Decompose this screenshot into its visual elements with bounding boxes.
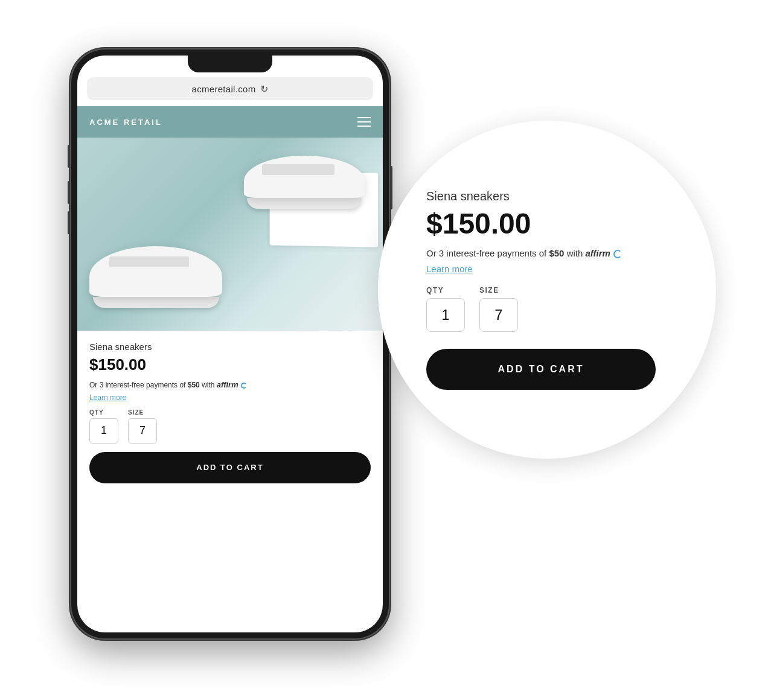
bubble-product-name: Siena sneakers [426, 189, 680, 203]
shoe-sole-top [247, 198, 362, 209]
site-header: ACME RETAIL [77, 106, 383, 138]
affirm-text-small: Or 3 interest-free payments of $50 with … [89, 379, 371, 391]
scene: acmeretail.com ↻ ACME RETAIL [52, 30, 716, 670]
hamburger-line-1 [357, 117, 371, 118]
bubble-qty-size-row: QTY 1 SIZE 7 [426, 286, 680, 332]
sneaker-top [244, 156, 365, 216]
bubble-size-group: SIZE 7 [479, 286, 518, 332]
add-to-cart-button-small[interactable]: ADD TO CART [89, 452, 371, 483]
learn-more-link-small[interactable]: Learn more [89, 393, 371, 402]
bubble-qty-box[interactable]: 1 [426, 298, 465, 332]
product-details-small: Siena sneakers $150.00 Or 3 interest-fre… [77, 331, 383, 494]
bubble-price: $150.00 [426, 209, 680, 238]
bubble-affirm-suffix: with [567, 248, 586, 258]
hamburger-line-3 [357, 126, 371, 127]
affirm-circle-icon-bubble [613, 250, 622, 258]
zoom-bubble: Siena sneakers $150.00 Or 3 interest-fre… [378, 121, 716, 459]
size-box-small[interactable]: 7 [128, 418, 157, 444]
bubble-qty-label: QTY [426, 286, 465, 294]
hamburger-line-2 [357, 121, 371, 122]
size-group-small: SIZE 7 [128, 409, 157, 444]
product-image-area [77, 138, 383, 331]
site-logo: ACME RETAIL [89, 118, 162, 127]
bubble-affirm-text: Or 3 interest-free payments of $50 with … [426, 247, 680, 261]
bubble-size-label: SIZE [479, 286, 518, 294]
shoe-strap [262, 164, 334, 169]
product-name-small: Siena sneakers [89, 342, 371, 352]
phone-screen: acmeretail.com ↻ ACME RETAIL [77, 56, 383, 632]
phone-frame: acmeretail.com ↻ ACME RETAIL [70, 48, 390, 640]
size-label-small: SIZE [128, 409, 157, 416]
affirm-brand-small: affirm [217, 380, 238, 389]
qty-group-small: QTY 1 [89, 409, 118, 444]
add-to-cart-label-small: ADD TO CART [196, 463, 263, 472]
bubble-qty-group: QTY 1 [426, 286, 465, 332]
url-bar: acmeretail.com ↻ [87, 77, 373, 100]
qty-label-small: QTY [89, 409, 118, 416]
shoe-sole-bottom [93, 297, 219, 308]
sneaker-bottom [89, 246, 222, 319]
qty-box-small[interactable]: 1 [89, 418, 118, 444]
affirm-circle-icon-small [241, 383, 247, 389]
phone-notch [188, 56, 272, 72]
url-text: acmeretail.com [192, 84, 256, 94]
qty-size-row-small: QTY 1 SIZE 7 [89, 409, 371, 444]
bubble-size-box[interactable]: 7 [479, 298, 518, 332]
hamburger-icon[interactable] [357, 117, 371, 127]
affirm-suffix-small: with [202, 381, 214, 389]
product-price-small: $150.00 [89, 355, 371, 374]
website-content: ACME RETAIL [77, 106, 383, 632]
shoe-strap-2 [109, 256, 189, 261]
bubble-affirm-brand: affirm [585, 248, 610, 258]
learn-more-link-bubble[interactable]: Learn more [426, 264, 680, 274]
bubble-affirm-amount: $50 [549, 248, 564, 258]
affirm-amount-small: $50 [188, 381, 200, 389]
refresh-icon[interactable]: ↻ [260, 83, 268, 95]
affirm-prefix-small: Or 3 interest-free payments of [89, 381, 185, 389]
add-to-cart-label-bubble: ADD TO CART [498, 364, 584, 375]
bubble-affirm-prefix: Or 3 interest-free payments of [426, 248, 546, 258]
add-to-cart-button-bubble[interactable]: ADD TO CART [426, 349, 656, 390]
